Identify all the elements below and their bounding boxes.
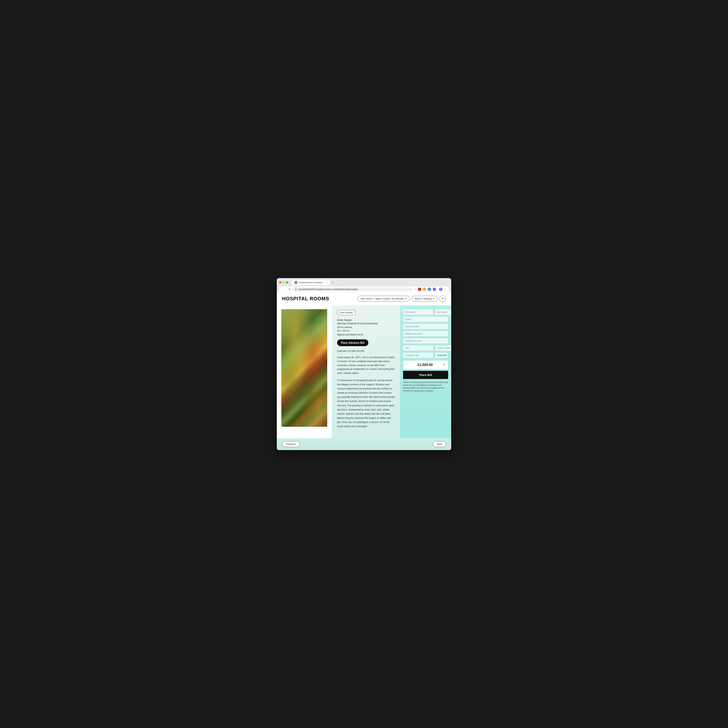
header-actions: Join Zoom: 1 days, 8 hours, 56 minutes ⊞… xyxy=(357,295,446,302)
next-button[interactable]: Next xyxy=(433,441,446,447)
bookmark-icon[interactable]: ☆ xyxy=(414,288,416,291)
email-field xyxy=(403,317,448,322)
county-field xyxy=(435,345,451,351)
extension3-icon[interactable] xyxy=(433,288,436,291)
address1-input[interactable] xyxy=(403,331,448,336)
extension1-icon[interactable]: ▲ xyxy=(423,288,426,291)
phone-row xyxy=(403,324,448,329)
country-field: United Kingdom United States France Germ… xyxy=(435,352,448,358)
artist-quote: “A membrane of transparent paint is spre… xyxy=(337,378,395,428)
artwork-medium-line2: 45 × 36 cm xyxy=(337,329,349,332)
join-zoom-button[interactable]: Join Zoom: 1 days, 8 hours, 56 minutes ⊞ xyxy=(357,296,410,301)
last-name-field xyxy=(435,309,451,315)
minimize-window-button[interactable] xyxy=(283,281,285,284)
phone-input[interactable] xyxy=(403,324,448,329)
refresh-button[interactable]: ↻ xyxy=(289,288,291,291)
back-button[interactable]: ← xyxy=(281,288,284,291)
place-bid-submit-button[interactable]: Place Bid xyxy=(403,371,448,379)
form-panel: United Kingdom United States France Germ… xyxy=(400,306,451,438)
close-window-button[interactable] xyxy=(279,281,281,284)
tab-close-button[interactable]: × xyxy=(326,281,327,284)
previous-button[interactable]: Previous xyxy=(282,441,300,447)
address1-row xyxy=(403,331,448,336)
postcode-country-row: United Kingdom United States France Germ… xyxy=(403,352,448,358)
page-navigation: Previous Next xyxy=(277,438,451,450)
traffic-lights xyxy=(279,281,288,284)
tab-title: Hospital Rooms Fundraising A... xyxy=(299,281,324,284)
estimate-text: Estimate: £3,000–£4,000 xyxy=(337,350,395,352)
email-row xyxy=(403,317,448,322)
book-viewing-button[interactable]: Book a viewing ⊞ xyxy=(412,296,437,301)
phone-field xyxy=(403,324,448,329)
postcode-input[interactable] xyxy=(403,352,433,358)
browser-menu-icon[interactable]: ⋮ xyxy=(444,288,447,291)
city-county-row xyxy=(403,345,448,351)
browser-controls: HR Hospital Rooms Fundraising A... × + xyxy=(279,280,449,285)
url-bar[interactable]: 🔒 hauserwirth2020.hospital-rooms.com/art… xyxy=(292,287,412,291)
city-input[interactable] xyxy=(403,345,433,351)
bid-decrease-button[interactable]: - xyxy=(403,361,410,369)
artwork-medium: Oil on canvas 45 × 36 cm Signed and date… xyxy=(337,325,395,336)
first-name-input[interactable] xyxy=(403,309,433,315)
content-panel: Live Auction Andy Harper Narrow Channel … xyxy=(332,306,400,438)
bid-section: - £1,500.00 + Place Bid Please note that… xyxy=(403,360,448,392)
address-bar-container: ← → ↻ 🔒 hauserwirth2020.hospital-rooms.c… xyxy=(279,286,449,292)
viewing-icon: ⊞ xyxy=(433,297,434,300)
user-profile-icon[interactable]: S xyxy=(439,288,442,291)
browser-toolbar-icons: ☆ O ▲ S ⋮ xyxy=(414,288,447,291)
last-name-input[interactable] xyxy=(435,309,451,315)
browser-window: HR Hospital Rooms Fundraising A... × + ←… xyxy=(277,278,451,450)
zoom-icon: ⊞ xyxy=(405,297,407,300)
url-text: hauserwirth2020.hospital-rooms.com/artwo… xyxy=(298,288,358,291)
new-tab-button[interactable]: + xyxy=(330,280,335,285)
book-viewing-label: Book a viewing xyxy=(415,297,431,300)
page-content: HOSPITAL ROOMS Join Zoom: 1 days, 8 hour… xyxy=(277,292,451,450)
nav-buttons: ← → ↻ xyxy=(281,288,291,291)
address2-row xyxy=(403,338,448,344)
artwork-title: Narrow Channel of Consciousness xyxy=(337,322,395,325)
artwork-image xyxy=(281,309,327,427)
city-field xyxy=(403,345,433,351)
join-zoom-label: Join Zoom: 1 days, 8 hours, 56 minutes xyxy=(361,297,404,300)
maximize-window-button[interactable] xyxy=(286,281,288,284)
artwork-medium-line3: Signed and dated verso xyxy=(337,333,363,336)
bid-increase-button[interactable]: + xyxy=(440,361,448,369)
site-logo: HOSPITAL ROOMS xyxy=(282,296,329,301)
main-layout: Live Auction Andy Harper Narrow Channel … xyxy=(277,306,451,438)
opera-icon[interactable]: O xyxy=(418,288,421,291)
active-tab[interactable]: HR Hospital Rooms Fundraising A... × xyxy=(292,280,330,285)
email-input[interactable] xyxy=(403,317,448,322)
browser-chrome: HR Hospital Rooms Fundraising A... × + ←… xyxy=(277,278,451,292)
extension2-icon[interactable] xyxy=(428,288,431,291)
bid-disclaimer: Please note that by placing a bid you ar… xyxy=(403,381,448,392)
name-row xyxy=(403,309,448,315)
postcode-field xyxy=(403,352,433,358)
auction-badge: Live Auction xyxy=(337,310,355,315)
place-advance-bid-button[interactable]: Place Advance Bid xyxy=(337,340,369,346)
artist-bio: Andy Harper (b. 1971, UK) is an artist b… xyxy=(337,355,395,375)
county-input[interactable] xyxy=(435,345,451,351)
bid-amount-row: - £1,500.00 + xyxy=(403,360,448,369)
tab-favicon: HR xyxy=(295,281,297,284)
address1-field xyxy=(403,331,448,336)
address2-input[interactable] xyxy=(403,338,448,344)
artwork-medium-line1: Oil on canvas xyxy=(337,326,352,329)
country-select[interactable]: United Kingdom United States France Germ… xyxy=(435,352,448,358)
bid-amount-display: £1,500.00 xyxy=(410,363,440,367)
security-lock-icon: 🔒 xyxy=(295,288,297,291)
artwork-panel xyxy=(277,306,332,438)
site-header: HOSPITAL ROOMS Join Zoom: 1 days, 8 hour… xyxy=(277,292,451,306)
first-name-field xyxy=(403,309,433,315)
address2-field xyxy=(403,338,448,344)
browser-tabs: HR Hospital Rooms Fundraising A... × + xyxy=(292,280,335,285)
help-button[interactable]: ? xyxy=(439,295,446,302)
forward-button[interactable]: → xyxy=(285,288,288,291)
artwork-artist: Andy Harper xyxy=(337,318,395,321)
